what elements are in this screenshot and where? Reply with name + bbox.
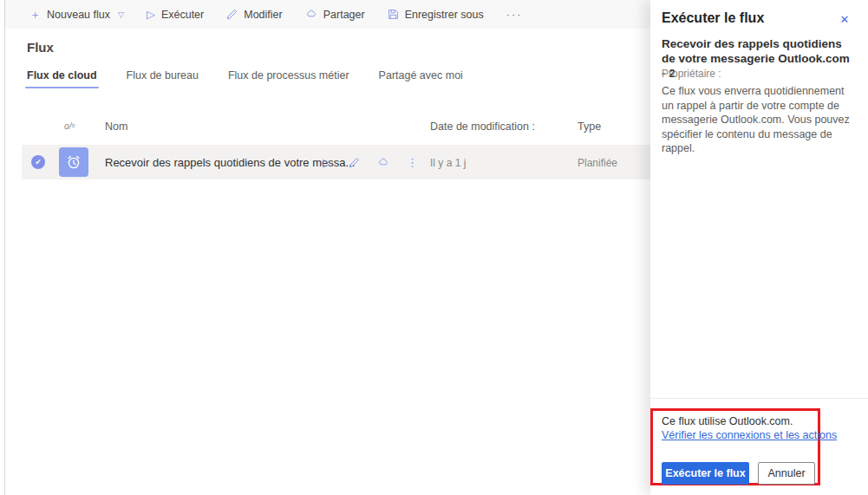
main-content: ＋ Nouveau flux ▽ ▷ Exécuter Modifier Par… xyxy=(5,0,650,495)
modified-cell: Il y a 1 j xyxy=(430,157,466,169)
tab-business-process-flows[interactable]: Flux de processus métier xyxy=(228,69,349,88)
column-header-modified[interactable]: Date de modification : xyxy=(430,120,535,133)
more-commands-button[interactable]: ··· xyxy=(506,8,523,21)
owner-label: Propriétaire : xyxy=(662,68,721,80)
new-flow-button[interactable]: ＋ Nouveau flux ▽ xyxy=(29,9,124,21)
table-row[interactable]: ✔ Recevoir des rappels quotidiens de vot… xyxy=(22,145,650,179)
share-button[interactable]: Partager xyxy=(305,9,365,21)
save-icon xyxy=(388,9,399,20)
pencil-icon xyxy=(226,9,238,20)
row-edit-icon[interactable] xyxy=(349,157,360,168)
share-label: Partager xyxy=(323,9,365,21)
chevron-down-icon: ▽ xyxy=(118,10,124,19)
cancel-button[interactable]: Annuler xyxy=(758,462,815,485)
alarm-clock-icon xyxy=(65,153,82,171)
scheduled-flow-tile xyxy=(59,147,88,177)
flow-tabs: Flux de cloud Flux de bureau Flux de pro… xyxy=(27,69,463,88)
play-icon: ▷ xyxy=(147,9,155,20)
flow-type-column-icon: o/ᵒ xyxy=(64,121,75,131)
panel-title: Exécuter le flux xyxy=(662,10,764,26)
tab-cloud-flows[interactable]: Flux de cloud xyxy=(27,69,97,88)
plus-icon: ＋ xyxy=(29,9,41,20)
row-more-icon[interactable]: ⋮ xyxy=(407,156,418,169)
tab-shared-with-me[interactable]: Partagé avec moi xyxy=(379,69,463,88)
type-cell: Planifiée xyxy=(578,157,617,169)
app-window: ＋ Nouveau flux ▽ ▷ Exécuter Modifier Par… xyxy=(0,0,868,495)
panel-divider xyxy=(650,398,868,399)
row-run-icon[interactable]: ▷ xyxy=(323,156,331,169)
table-header: o/ᵒ Nom Date de modification : Type xyxy=(5,118,650,139)
flow-description: Ce flux vous enverra quotidiennement un … xyxy=(662,84,858,156)
share-icon xyxy=(305,9,317,20)
flow-uses-text: Ce flux utilise Outlook.com. xyxy=(662,415,793,427)
page-title: Flux xyxy=(27,40,54,55)
row-share-icon[interactable] xyxy=(377,157,389,168)
new-flow-label: Nouveau flux xyxy=(47,9,110,21)
run-label: Exécuter xyxy=(161,9,204,21)
check-icon: ✔ xyxy=(35,158,42,166)
column-header-name[interactable]: Nom xyxy=(105,120,127,133)
tab-desktop-flows[interactable]: Flux de bureau xyxy=(127,69,199,88)
close-icon[interactable]: ✕ xyxy=(834,9,855,29)
run-button[interactable]: ▷ Exécuter xyxy=(147,9,204,21)
save-as-label: Enregistrer sous xyxy=(405,9,484,21)
row-selected-checkbox[interactable]: ✔ xyxy=(31,155,45,169)
check-connections-link[interactable]: Vérifier les connexions et les actions xyxy=(662,429,837,441)
run-flow-button[interactable]: Exécuter le flux xyxy=(662,462,749,485)
flow-name-cell[interactable]: Recevoir des rappels quotidiens de votre… xyxy=(105,156,355,169)
command-bar: ＋ Nouveau flux ▽ ▷ Exécuter Modifier Par… xyxy=(5,0,650,29)
row-actions: ▷ ⋮ xyxy=(323,145,418,179)
run-flow-panel: Exécuter le flux ✕ Recevoir des rappels … xyxy=(650,0,868,495)
save-as-button[interactable]: Enregistrer sous xyxy=(388,9,484,21)
edit-label: Modifier xyxy=(244,9,282,21)
column-header-type[interactable]: Type xyxy=(578,120,601,133)
edit-button[interactable]: Modifier xyxy=(226,9,282,21)
